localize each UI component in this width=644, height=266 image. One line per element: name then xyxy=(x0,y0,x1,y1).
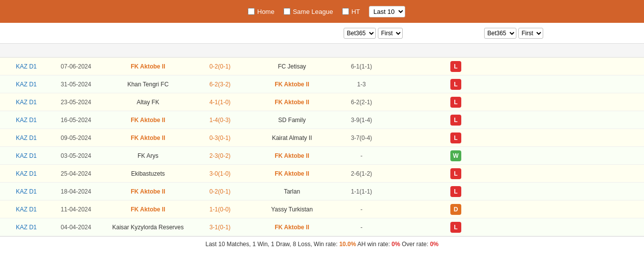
footer-win-rate: 10.0% xyxy=(339,241,356,248)
ht-option: HT xyxy=(342,8,360,15)
same-league-label: Same League xyxy=(293,8,333,15)
wl-badge: L xyxy=(450,186,461,197)
cell-league[interactable]: KAZ D1 xyxy=(4,206,49,213)
bet2-group: Bet365 First xyxy=(484,28,543,39)
wl-badge: D xyxy=(450,204,461,215)
wl-badge: L xyxy=(450,61,461,72)
cell-away[interactable]: FK Aktobe II xyxy=(247,80,337,88)
cell-league[interactable]: KAZ D1 xyxy=(4,63,49,70)
cell-home[interactable]: FK Aktobe II xyxy=(103,188,193,195)
ht-label: HT xyxy=(352,8,360,15)
table-row: KAZ D1 09-05-2024 FK Aktobe II 0-3(0-1) … xyxy=(0,129,644,147)
footer-over-rate: 0% xyxy=(430,241,438,248)
cell-league[interactable]: KAZ D1 xyxy=(4,170,49,177)
cell-wl: L xyxy=(446,115,466,126)
cell-date: 16-05-2024 xyxy=(49,117,103,124)
cell-score[interactable]: 6-2(3-2) xyxy=(193,80,247,88)
cell-score[interactable]: 0-2(0-1) xyxy=(193,188,247,195)
cell-date: 11-04-2024 xyxy=(49,206,103,213)
cell-league[interactable]: KAZ D1 xyxy=(4,188,49,195)
cell-home[interactable]: FK Arys xyxy=(103,152,193,159)
footer-text: Last 10 Matches, 1 Win, 1 Draw, 8 Loss, … xyxy=(206,241,339,248)
table-body: KAZ D1 07-06-2024 FK Aktobe II 0-2(0-1) … xyxy=(0,58,644,236)
cell-away[interactable]: Kairat Almaty II xyxy=(247,134,337,141)
bet1-select[interactable]: Bet365 xyxy=(344,28,376,39)
cell-corner: 1-1(1-1) xyxy=(337,188,386,195)
cell-date: 03-05-2024 xyxy=(49,152,103,159)
cell-score[interactable]: 2-3(0-2) xyxy=(193,152,247,159)
cell-league[interactable]: KAZ D1 xyxy=(4,134,49,141)
bet2-select[interactable]: Bet365 xyxy=(484,28,516,39)
table-row: KAZ D1 31-05-2024 Khan Tengri FC 6-2(3-2… xyxy=(0,75,644,93)
home-checkbox[interactable] xyxy=(248,8,255,15)
cell-league[interactable]: KAZ D1 xyxy=(4,117,49,124)
cell-date: 18-04-2024 xyxy=(49,188,103,195)
table-row: KAZ D1 25-04-2024 Ekibastuzets 3-0(1-0) … xyxy=(0,165,644,183)
home-label: Home xyxy=(257,8,275,15)
cell-corner: 1-3 xyxy=(337,81,386,88)
cell-date: 07-06-2024 xyxy=(49,63,103,70)
first1-select[interactable]: First xyxy=(378,28,403,39)
cell-away[interactable]: FK Aktobe II xyxy=(247,223,337,231)
cell-wl: L xyxy=(446,222,466,233)
cell-home[interactable]: Khan Tengri FC xyxy=(103,80,193,88)
cell-corner: - xyxy=(337,206,386,213)
cell-date: 25-04-2024 xyxy=(49,170,103,177)
cell-score[interactable]: 0-2(0-1) xyxy=(193,63,247,70)
cell-date: 31-05-2024 xyxy=(49,81,103,88)
cell-home[interactable]: FK Aktobe II xyxy=(103,116,193,124)
cell-away[interactable]: FK Aktobe II xyxy=(247,152,337,159)
cell-league[interactable]: KAZ D1 xyxy=(4,224,49,231)
cell-away[interactable]: FK Aktobe II xyxy=(247,170,337,177)
footer-ah-label: AH win rate: xyxy=(358,241,392,248)
cell-wl: D xyxy=(446,204,466,215)
cell-score[interactable]: 3-0(1-0) xyxy=(193,170,247,177)
table-row: KAZ D1 03-05-2024 FK Arys 2-3(0-2) FK Ak… xyxy=(0,147,644,165)
cell-away[interactable]: FC Jetisay xyxy=(247,63,337,70)
cell-corner: 6-2(2-1) xyxy=(337,99,386,106)
first2-select[interactable]: First xyxy=(518,28,543,39)
cell-score[interactable]: 4-1(1-0) xyxy=(193,98,247,106)
cell-home[interactable]: Ekibastuzets xyxy=(103,170,193,177)
wl-badge: L xyxy=(450,115,461,126)
cell-home[interactable]: Altay FK xyxy=(103,98,193,106)
cell-home[interactable]: FK Aktobe II xyxy=(103,205,193,213)
last-select[interactable]: Last 10 Last 20 Last 30 xyxy=(369,6,405,17)
cell-league[interactable]: KAZ D1 xyxy=(4,152,49,159)
cell-date: 23-05-2024 xyxy=(49,99,103,106)
sub-headers xyxy=(0,44,644,58)
same-league-option: Same League xyxy=(284,8,333,15)
wl-badge: L xyxy=(450,168,461,179)
cell-home[interactable]: FK Aktobe II xyxy=(103,63,193,70)
cell-away[interactable]: Tarlan xyxy=(247,188,337,195)
cell-wl: W xyxy=(446,150,466,161)
footer-over-label: Over rate: xyxy=(402,241,430,248)
same-league-checkbox[interactable] xyxy=(284,8,290,15)
cell-score[interactable]: 0-3(0-1) xyxy=(193,134,247,141)
footer-ah-rate: 0% xyxy=(392,241,400,248)
table-row: KAZ D1 07-06-2024 FK Aktobe II 0-2(0-1) … xyxy=(0,58,644,75)
table-row: KAZ D1 11-04-2024 FK Aktobe II 1-1(0-0) … xyxy=(0,200,644,218)
cell-score[interactable]: 1-4(0-3) xyxy=(193,116,247,124)
cell-score[interactable]: 1-1(0-0) xyxy=(193,205,247,213)
cell-home[interactable]: Kaisar Kyzylorda Reserves xyxy=(103,223,193,231)
ht-checkbox[interactable] xyxy=(342,8,349,15)
table-row: KAZ D1 16-05-2024 FK Aktobe II 1-4(0-3) … xyxy=(0,111,644,129)
home-option: Home xyxy=(248,8,275,15)
header: Home Same League HT Last 10 Last 20 Last… xyxy=(0,0,644,23)
footer-row: Last 10 Matches, 1 Win, 1 Draw, 8 Loss, … xyxy=(0,236,644,252)
cell-away[interactable]: SD Family xyxy=(247,116,337,124)
cell-wl: L xyxy=(446,133,466,143)
table-row: KAZ D1 18-04-2024 FK Aktobe II 0-2(0-1) … xyxy=(0,183,644,200)
cell-corner: 2-6(1-2) xyxy=(337,170,386,177)
cell-home[interactable]: FK Aktobe II xyxy=(103,134,193,141)
wl-badge: L xyxy=(450,97,461,108)
cell-score[interactable]: 3-1(0-1) xyxy=(193,223,247,231)
cell-date: 04-04-2024 xyxy=(49,224,103,231)
cell-league[interactable]: KAZ D1 xyxy=(4,99,49,106)
cell-league[interactable]: KAZ D1 xyxy=(4,81,49,88)
cell-away[interactable]: Yassy Turkistan xyxy=(247,205,337,213)
cell-away[interactable]: FK Aktobe II xyxy=(247,98,337,106)
bet1-group: Bet365 First xyxy=(344,28,403,39)
cell-wl: L xyxy=(446,61,466,72)
